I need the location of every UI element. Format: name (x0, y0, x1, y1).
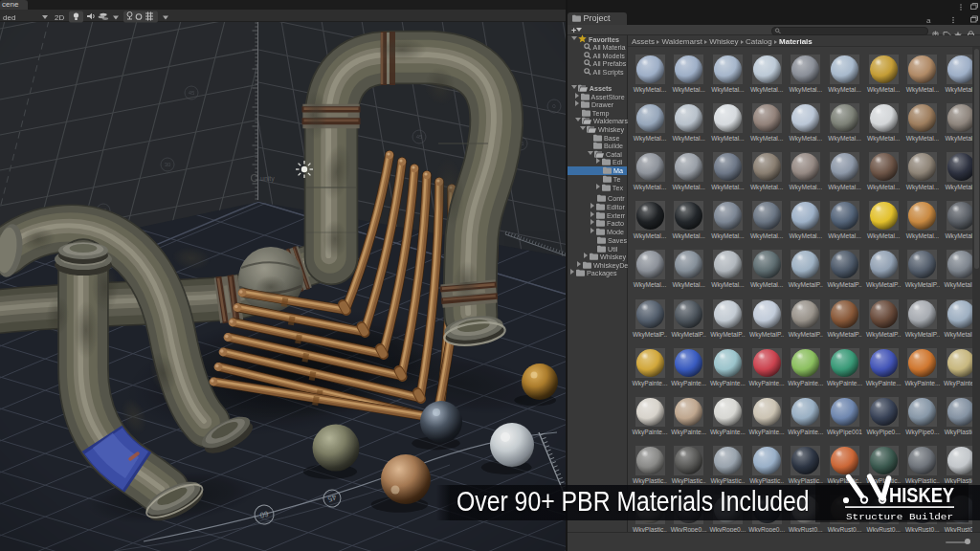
svg-text:ded: ded (3, 13, 15, 22)
svg-text:Structure Builder: Structure Builder (846, 513, 953, 522)
svg-text:HISKEY: HISKEY (889, 484, 954, 507)
svg-text:2D: 2D (55, 13, 64, 22)
svg-text:a: a (926, 16, 931, 25)
